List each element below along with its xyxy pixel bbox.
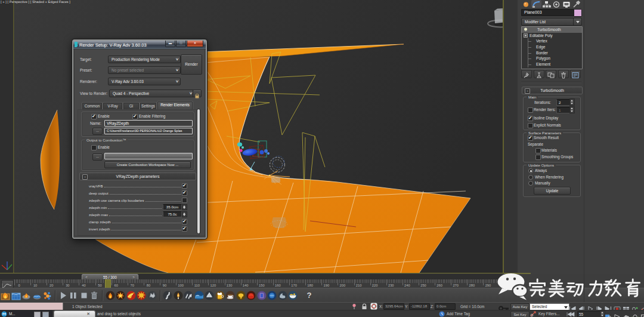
radio-button[interactable] <box>528 168 533 173</box>
modifier-stack-item[interactable]: Editable Poly <box>522 33 582 39</box>
set-key-icon[interactable] <box>530 311 537 317</box>
x-coordinate-field[interactable]: 3295.64cm <box>383 303 404 310</box>
liquid-source-icon[interactable] <box>32 291 42 300</box>
fire-source-icon[interactable] <box>21 291 31 300</box>
zoom-region-button[interactable] <box>605 312 612 317</box>
modifier-list-dropdown[interactable]: Modifier List <box>521 18 576 26</box>
param-checkbox[interactable] <box>182 183 187 189</box>
radio-button[interactable] <box>528 181 533 186</box>
param-spinner[interactable]: 75.0c <box>163 211 187 217</box>
render-button[interactable]: Render <box>181 54 202 75</box>
combustion-browse-button[interactable]: ... <box>92 153 103 161</box>
current-frame-field[interactable]: 55 <box>577 311 601 317</box>
param-checkbox[interactable] <box>182 190 187 196</box>
stack-tool-button[interactable] <box>570 70 581 78</box>
y-coordinate-field[interactable]: -12862.18 <box>409 303 430 310</box>
minimize-button[interactable]: ▬ <box>165 41 175 47</box>
render-iters-spinner[interactable] <box>569 106 575 113</box>
maximize-toggle-button[interactable] <box>640 312 644 317</box>
render-setup-dialog[interactable]: Render Setup: V-Ray Adv 3.60.03 ▬ □ ✕ Ta… <box>72 39 207 239</box>
preset-splash-red-icon[interactable] <box>126 291 136 300</box>
command-panel-tab[interactable] <box>552 0 562 8</box>
element-name-field[interactable]: VRayZDepth <box>104 120 193 127</box>
stack-tool-button[interactable] <box>534 70 544 78</box>
turbosmooth-rollout[interactable]: - TurboSmooth <box>522 87 583 94</box>
combustion-path-field[interactable] <box>104 153 193 159</box>
max-app-icon[interactable] <box>1 311 7 317</box>
liquid-sim-box-icon[interactable] <box>11 291 21 300</box>
param-checkbox[interactable] <box>182 219 187 224</box>
track-bar[interactable]: 0102030405060708090100110120130140150160… <box>0 279 504 288</box>
modifier-stack-item[interactable]: Border <box>522 50 582 56</box>
view-to-render-dropdown[interactable]: Quad 4 - Perspective∨ <box>109 90 194 97</box>
taskbar-window-label[interactable]: M... <box>9 312 16 316</box>
iterations-spinner[interactable] <box>569 99 575 106</box>
param-spinner[interactable]: 35.0cm <box>163 204 187 210</box>
taskbar-icon-2[interactable] <box>42 312 49 317</box>
pin-icon[interactable] <box>351 303 357 310</box>
object-name-field[interactable]: Plane003 <box>521 9 575 16</box>
modifier-list-arrow[interactable] <box>573 18 582 26</box>
modifier-stack-item[interactable]: Element <box>522 61 582 67</box>
set-key-button[interactable]: Set Key <box>510 311 530 317</box>
smoothing-groups-checkbox[interactable] <box>535 155 541 160</box>
preset-steam-icon[interactable] <box>184 291 193 300</box>
smooth-result-checkbox[interactable] <box>528 136 533 141</box>
object-color-swatch[interactable] <box>574 9 582 17</box>
renderer-dropdown[interactable]: V-Ray Adv 3.60.03∨ <box>108 78 181 85</box>
param-checkbox[interactable] <box>182 198 187 203</box>
browse-path-button[interactable]: ... <box>92 128 103 135</box>
combustion-enable-checkbox[interactable] <box>91 145 97 150</box>
close-button[interactable]: ✕ <box>187 41 203 47</box>
preset-splash-burst-icon[interactable] <box>137 291 146 300</box>
viewport-label[interactable]: [ + ] [ Perspective ] [ Shaded + Edged F… <box>1 0 70 4</box>
go-to-start-icon[interactable] <box>566 312 575 317</box>
preset-fire-icon[interactable] <box>106 291 115 300</box>
maximize-button[interactable]: □ <box>176 41 186 47</box>
stack-tool-button[interactable] <box>546 70 556 78</box>
modifier-stack-item[interactable]: TurboSmooth <box>522 27 582 33</box>
pause-sim-icon[interactable] <box>69 291 78 300</box>
isoline-checkbox[interactable] <box>528 116 533 121</box>
target-dropdown[interactable]: Production Rendering Mode∨ <box>108 56 181 63</box>
mini-curve-editor-button[interactable] <box>1 280 14 288</box>
command-panel-tab[interactable] <box>531 0 541 8</box>
preset-planet-icon[interactable] <box>267 291 277 300</box>
stack-tool-button[interactable] <box>558 70 569 78</box>
materials-checkbox[interactable] <box>535 148 541 153</box>
capture-popup[interactable]: ✕ <box>54 310 95 317</box>
z-coordinate-field[interactable]: 0.0cm <box>435 303 456 310</box>
preset-coffee-icon[interactable] <box>225 291 235 300</box>
preset-explosion-icon[interactable] <box>116 291 125 300</box>
preset-crumple-icon[interactable] <box>147 291 157 300</box>
preset-candle-icon[interactable] <box>174 291 183 300</box>
enable-checkbox[interactable] <box>91 114 97 119</box>
lock-view-button[interactable] <box>193 90 202 97</box>
enable-filtering-checkbox[interactable] <box>132 114 138 119</box>
param-checkbox[interactable] <box>182 226 187 232</box>
modifier-stack-item[interactable]: Polygon <box>522 56 582 61</box>
command-panel-tab[interactable] <box>562 0 572 8</box>
element-path-field[interactable]: C:\Users\Freelance\3D PERSONAL\U2 Orange… <box>104 128 193 134</box>
command-panel-tab[interactable] <box>541 0 552 8</box>
panel-splitter[interactable] <box>503 0 519 274</box>
preset-dropdown[interactable]: No preset selected∨ <box>108 66 181 74</box>
preset-beer-icon[interactable] <box>215 291 225 300</box>
modifier-stack-item[interactable]: Vertex <box>522 38 582 44</box>
preset-fountain-icon[interactable] <box>205 291 214 300</box>
preset-wave-icon[interactable] <box>278 291 287 300</box>
pan-hand-button[interactable] <box>623 312 630 317</box>
preset-container-icon[interactable] <box>257 291 267 300</box>
add-time-tag[interactable]: Add Time Tag <box>447 312 470 316</box>
preset-ocean-icon[interactable] <box>194 291 204 300</box>
preset-lava-icon[interactable] <box>246 291 256 300</box>
field-of-view-button[interactable] <box>614 312 621 317</box>
selection-lock-icon[interactable] <box>361 303 367 310</box>
command-panel-tab[interactable] <box>521 0 531 8</box>
key-filters-button[interactable]: Key Filters... <box>538 312 560 316</box>
close-popup-icon[interactable]: ✕ <box>86 312 90 316</box>
explicit-normals-checkbox[interactable] <box>528 123 533 128</box>
stop-sim-icon[interactable] <box>79 291 89 300</box>
delete-sim-icon[interactable] <box>89 291 99 300</box>
dialog-titlebar[interactable]: Render Setup: V-Ray Adv 3.60.03 ▬ □ ✕ <box>73 41 206 50</box>
